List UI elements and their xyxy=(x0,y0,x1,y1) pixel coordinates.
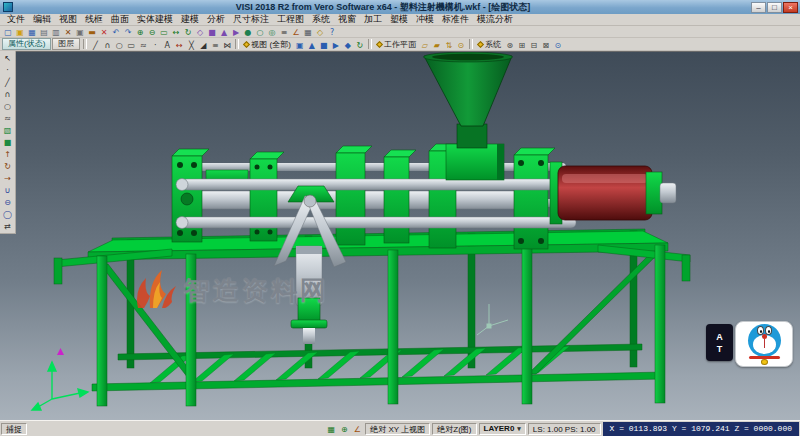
line-tool-icon[interactable]: ╱ xyxy=(89,39,101,50)
close-button[interactable]: × xyxy=(783,2,798,13)
view-front-btn-icon[interactable]: ■ xyxy=(318,39,330,50)
workplane-new-icon[interactable]: ▰ xyxy=(431,39,443,50)
help-icon[interactable]: ? xyxy=(326,26,338,37)
layer-selector[interactable]: LAYER0 ▾ xyxy=(479,423,526,435)
3d-viewport[interactable]: 智造资料网 A T xyxy=(0,51,800,420)
save-icon[interactable]: ▦ xyxy=(26,26,38,37)
macro-editor-icon[interactable]: ⊞ xyxy=(516,39,528,50)
spline-tool-icon[interactable]: ≈ xyxy=(137,39,149,50)
mirror-tool-icon[interactable]: ⋈ xyxy=(221,39,233,50)
paste-icon[interactable]: ▬ xyxy=(86,26,98,37)
draw-mode-indicator[interactable]: 绝对Z(图) xyxy=(432,423,476,435)
menu-system[interactable]: 系统 xyxy=(308,13,334,26)
layer-manager-icon[interactable]: ≡ xyxy=(278,26,290,37)
point-create-icon[interactable]: · xyxy=(1,64,14,76)
menu-modeling[interactable]: 建模 xyxy=(177,13,203,26)
view-iso-btn-icon[interactable]: ◆ xyxy=(342,39,354,50)
view-front-icon[interactable]: ■ xyxy=(206,26,218,37)
menu-machining[interactable]: 加工 xyxy=(360,13,386,26)
menu-analysis[interactable]: 分析 xyxy=(203,13,229,26)
surface-create-icon[interactable]: ▧ xyxy=(1,124,14,136)
boolean-subtract-icon[interactable]: ⊖ xyxy=(1,196,14,208)
extrude-icon[interactable]: ↑ xyxy=(1,148,14,160)
cut-icon[interactable]: ✕ xyxy=(62,26,74,37)
menu-wireframe[interactable]: 线框 xyxy=(81,13,107,26)
rectangle-tool-icon[interactable]: ▭ xyxy=(125,39,137,50)
workplane-icon[interactable]: ◇ xyxy=(314,26,326,37)
maximize-button[interactable]: □ xyxy=(767,2,782,13)
view-top-icon[interactable]: ▲ xyxy=(218,26,230,37)
menu-window[interactable]: 视窗 xyxy=(334,13,360,26)
curve-create-icon[interactable]: ≈ xyxy=(1,112,14,124)
menu-solid-modeling[interactable]: 实体建模 xyxy=(133,13,177,26)
menu-mould[interactable]: 塑模 xyxy=(386,13,412,26)
boolean-union-icon[interactable]: ∪ xyxy=(1,184,14,196)
view-top-btn-icon[interactable]: ▲ xyxy=(306,39,318,50)
grid-status-icon[interactable]: ▦ xyxy=(325,423,337,434)
grid-toggle-icon[interactable]: ▦ xyxy=(302,26,314,37)
menu-flow-analysis[interactable]: 模流分析 xyxy=(473,13,517,26)
copy-icon[interactable]: ▣ xyxy=(74,26,86,37)
shell-icon[interactable]: ◯ xyxy=(1,208,14,220)
snap-status-icon[interactable]: ⊕ xyxy=(338,423,350,434)
menu-standard-parts[interactable]: 标准件 xyxy=(438,13,473,26)
menu-surface[interactable]: 曲面 xyxy=(107,13,133,26)
tab-attributes-status[interactable]: 属性(状态) xyxy=(2,38,51,50)
shaded-render-icon[interactable]: ● xyxy=(242,26,254,37)
plot-preview-icon[interactable]: ▥ xyxy=(50,26,62,37)
view-right-icon[interactable]: ▶ xyxy=(230,26,242,37)
select-arrow-icon[interactable]: ↖ xyxy=(1,52,14,64)
view-refresh-icon[interactable]: ↻ xyxy=(354,39,366,50)
minimize-button[interactable]: – xyxy=(751,2,766,13)
view-all-icon[interactable]: ▣ xyxy=(294,39,306,50)
print-icon[interactable]: ▤ xyxy=(38,26,50,37)
trim-tool-icon[interactable]: ╳ xyxy=(185,39,197,50)
sweep-icon[interactable]: → xyxy=(1,172,14,184)
circle-tool-icon[interactable]: ○ xyxy=(113,39,125,50)
pan-view-icon[interactable]: ↔ xyxy=(170,26,182,37)
wireframe-render-icon[interactable]: ○ xyxy=(254,26,266,37)
calculator-icon[interactable]: ⊠ xyxy=(540,39,552,50)
solid-create-icon[interactable]: ■ xyxy=(1,136,14,148)
revolve-icon[interactable]: ↻ xyxy=(1,160,14,172)
delete-icon[interactable]: ✕ xyxy=(98,26,110,37)
workplane-flip-icon[interactable]: ⇅ xyxy=(443,39,455,50)
view-iso-icon[interactable]: ◇ xyxy=(194,26,206,37)
arc-tool-icon[interactable]: ∩ xyxy=(101,39,113,50)
menu-file[interactable]: 文件 xyxy=(3,13,29,26)
view-side-btn-icon[interactable]: ▶ xyxy=(330,39,342,50)
zoom-fit-icon[interactable]: ▭ xyxy=(158,26,170,37)
measure-icon[interactable]: ∠ xyxy=(290,26,302,37)
point-tool-icon[interactable]: · xyxy=(149,39,161,50)
undo-icon[interactable]: ↶ xyxy=(110,26,122,37)
line-create-icon[interactable]: ╱ xyxy=(1,76,14,88)
workplane-indicator[interactable]: 绝对 XY 上视图 xyxy=(365,423,430,435)
zoom-out-icon[interactable]: ⊖ xyxy=(146,26,158,37)
menu-die[interactable]: 冲模 xyxy=(412,13,438,26)
rotate-view-icon[interactable]: ↻ xyxy=(182,26,194,37)
menu-edit[interactable]: 编辑 xyxy=(29,13,55,26)
menu-drawing[interactable]: 工程图 xyxy=(273,13,308,26)
workplane-xy-icon[interactable]: ▱ xyxy=(419,39,431,50)
system-settings-icon[interactable]: ⊛ xyxy=(504,39,516,50)
menu-view[interactable]: 视图 xyxy=(55,13,81,26)
transform-icon[interactable]: ⇄ xyxy=(1,220,14,232)
machine-model-3d[interactable] xyxy=(0,52,800,420)
hidden-line-icon[interactable]: ◎ xyxy=(266,26,278,37)
workplane-origin-icon[interactable]: ⊙ xyxy=(455,39,467,50)
tab-layers[interactable]: 图层 xyxy=(52,38,80,50)
text-tool-icon[interactable]: A xyxy=(161,39,173,50)
circle-create-icon[interactable]: ○ xyxy=(1,100,14,112)
database-icon[interactable]: ⊟ xyxy=(528,39,540,50)
new-file-icon[interactable]: ▢ xyxy=(2,26,14,37)
offset-tool-icon[interactable]: ≡ xyxy=(209,39,221,50)
chamfer-tool-icon[interactable]: ◢ xyxy=(197,39,209,50)
arc-create-icon[interactable]: ∩ xyxy=(1,88,14,100)
info-icon[interactable]: ⊙ xyxy=(552,39,564,50)
dimension-tool-icon[interactable]: ↔ xyxy=(173,39,185,50)
redo-icon[interactable]: ↷ xyxy=(122,26,134,37)
open-folder-icon[interactable]: ▣ xyxy=(14,26,26,37)
zoom-in-icon[interactable]: ⊕ xyxy=(134,26,146,37)
menu-dimension[interactable]: 尺寸标注 xyxy=(229,13,273,26)
ortho-status-icon[interactable]: ∠ xyxy=(351,423,363,434)
